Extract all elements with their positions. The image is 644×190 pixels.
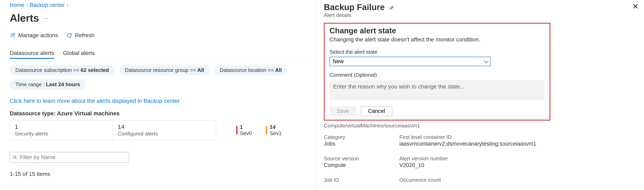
meta-first-level-container: First level container ID iaasvmcontainer… (399, 134, 536, 147)
sev0-count: 1 (240, 124, 252, 130)
sev0-label: Sev0 (240, 130, 252, 137)
tab-global-alerts[interactable]: Global alerts (63, 50, 95, 59)
sev1-count: 14 (270, 124, 282, 130)
select-state-label: Select the alert state (330, 49, 545, 55)
resource-path-fragment: Compute/virtualMachines/sourceiaasvm1 (324, 123, 638, 129)
alert-state-select-wrap (330, 57, 491, 66)
detail-header: Backup Failure Alert details (324, 2, 638, 18)
people-icon (10, 32, 16, 38)
sev0-block[interactable]: 1 Sev0 (236, 120, 252, 140)
breadcrumb-home[interactable]: Home (10, 2, 24, 8)
filter-pill-row-2: Time range : Last 24 hours (10, 79, 308, 90)
detail-meta-grid: Category Jobs Source version Compute Job… (324, 134, 638, 183)
chevron-right-icon: › (26, 3, 28, 8)
refresh-button[interactable]: Refresh (66, 32, 95, 38)
filter-resource-group[interactable]: Datasource resource group == All (119, 65, 210, 75)
svg-point-0 (11, 33, 13, 35)
close-icon[interactable]: ✕ (632, 2, 639, 11)
refresh-icon (66, 32, 72, 38)
cancel-button[interactable]: Cancel (361, 106, 392, 116)
datasource-type-heading: Datasource type: Azure Virtual machines (10, 110, 308, 117)
tabs: Datasource alerts Global alerts (10, 50, 308, 59)
svg-point-2 (13, 156, 16, 158)
manage-actions-label: Manage actions (18, 32, 58, 38)
alert-state-select[interactable] (330, 57, 491, 66)
more-icon[interactable]: ··· (43, 16, 48, 19)
summary-card-row: 1 Security alerts 14 Configured alerts 1… (10, 120, 308, 140)
configured-alerts-label: Configured alerts (118, 131, 211, 137)
security-alerts-count: 1 (15, 123, 108, 130)
meta-col-right: First level container ID iaasvmcontainer… (399, 134, 536, 183)
alert-detail-pane: ✕ Backup Failure Alert details Change al… (316, 0, 644, 190)
meta-job-id: Job ID (324, 177, 359, 183)
search-icon (12, 155, 18, 160)
action-bar: Manage actions Refresh (10, 32, 308, 38)
page-title-row: Alerts ··· (10, 12, 308, 24)
meta-source-version: Source version Compute (324, 156, 359, 168)
meta-alert-version: Alert version number V2020_10 (399, 156, 536, 168)
button-row: Save Cancel (330, 106, 545, 116)
refresh-label: Refresh (75, 32, 95, 38)
configured-alerts-count: 14 (118, 123, 211, 130)
comment-input[interactable] (330, 80, 545, 100)
tab-datasource-alerts[interactable]: Datasource alerts (10, 50, 54, 59)
learn-more-link[interactable]: Click here to learn more about the alert… (10, 98, 180, 104)
meta-category: Category Jobs (324, 134, 359, 147)
change-alert-state-box: Change alert state Changing the alert st… (324, 23, 550, 121)
meta-occurrence-count: Occurrence count (399, 177, 536, 183)
chevron-right-icon: › (67, 3, 68, 8)
sev0-bar-icon (236, 126, 238, 135)
alerts-main-pane: Home › Backup center › Alerts ··· Manage… (0, 0, 316, 190)
pin-icon[interactable] (389, 5, 394, 10)
change-state-desc: Changing the alert state doesn't affect … (330, 36, 545, 43)
filter-location[interactable]: Datasource location == All (214, 65, 288, 75)
sev1-block[interactable]: 14 Sev1 (266, 120, 282, 140)
filter-time-range[interactable]: Time range : Last 24 hours (10, 79, 86, 90)
filter-input-wrap (10, 152, 129, 163)
security-alerts-label: Security alerts (15, 131, 108, 137)
security-alerts-card[interactable]: 1 Security alerts (10, 120, 113, 140)
breadcrumb: Home › Backup center › (10, 2, 308, 8)
result-count: 1-15 of 15 items (10, 171, 308, 177)
meta-col-left: Category Jobs Source version Compute Job… (324, 134, 359, 183)
detail-title: Backup Failure (324, 2, 385, 12)
sev1-bar-icon (266, 126, 267, 135)
comment-label: Comment (Optional) (330, 72, 545, 78)
breadcrumb-backup-center[interactable]: Backup center (30, 2, 65, 8)
page-title: Alerts (10, 12, 39, 24)
sev1-label: Sev1 (270, 130, 282, 137)
change-state-title: Change alert state (330, 26, 545, 35)
filter-subscription[interactable]: Datasource subscription == 62 selected (10, 65, 115, 75)
filter-pill-row: Datasource subscription == 62 selected D… (10, 65, 308, 75)
configured-alerts-card[interactable]: 14 Configured alerts (113, 120, 216, 140)
filter-by-name-input[interactable] (10, 152, 129, 163)
manage-actions-button[interactable]: Manage actions (10, 32, 58, 38)
svg-point-1 (13, 33, 14, 35)
detail-subtitle: Alert details (324, 12, 385, 18)
save-button[interactable]: Save (330, 106, 356, 116)
